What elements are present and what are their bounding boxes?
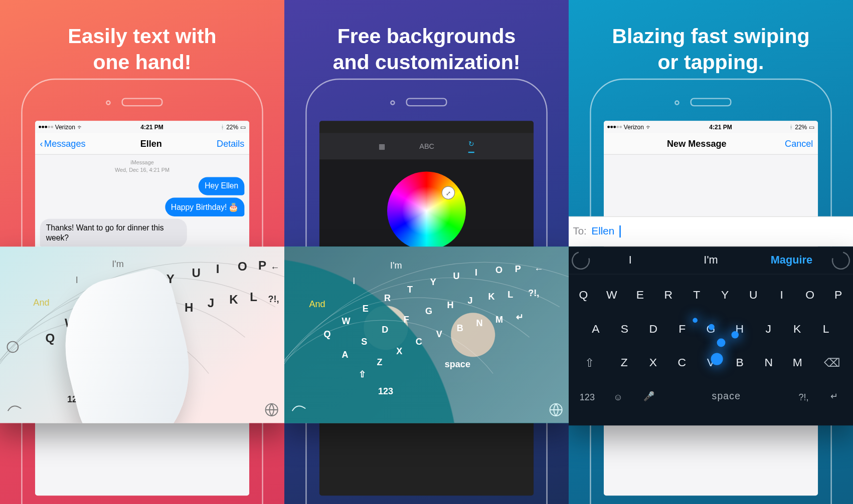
key[interactable]: Q (569, 281, 597, 310)
suggestion[interactable]: I (76, 275, 78, 285)
key[interactable]: Z (610, 348, 639, 377)
shift-key[interactable]: ⇧ (359, 369, 366, 379)
key[interactable]: F (404, 315, 409, 325)
delete-key[interactable]: ⌫ (812, 348, 852, 377)
key[interactable]: P (824, 281, 852, 310)
key[interactable]: U (192, 266, 200, 280)
key[interactable]: R (384, 293, 391, 303)
key[interactable]: C (416, 337, 422, 347)
key[interactable]: O (238, 260, 247, 273)
enter-key[interactable]: ↵ (516, 312, 524, 322)
key[interactable]: T (683, 281, 711, 310)
arc-keyboard[interactable]: And I I'm Q W E R T Y U I O P ← A S D F … (284, 246, 569, 423)
key[interactable]: K (229, 293, 238, 306)
message-out[interactable]: Hey Ellen (199, 177, 244, 195)
suggestion[interactable]: I (353, 276, 355, 286)
suggestion[interactable]: I'm (670, 254, 751, 267)
enter-key[interactable]: ↵ (819, 391, 850, 402)
suggestion[interactable]: I'm (390, 261, 402, 271)
key[interactable]: U (739, 281, 767, 310)
suggestion[interactable]: And (309, 299, 325, 309)
key[interactable]: Y (711, 281, 739, 310)
key[interactable]: H (185, 301, 193, 315)
key[interactable]: J (754, 314, 783, 343)
key[interactable]: I (475, 268, 477, 278)
key[interactable]: N (476, 318, 482, 328)
punct-key[interactable]: ?!, (268, 294, 279, 304)
standard-keyboard[interactable]: I I'm Maguire Q W E R T Y U I O P A S D (569, 246, 853, 425)
key[interactable]: W (598, 281, 626, 310)
tab-background[interactable]: ▦ (379, 142, 385, 151)
tab-color[interactable]: ↻ (468, 140, 474, 153)
phone-icon[interactable] (292, 406, 306, 411)
key[interactable]: E (363, 304, 369, 314)
key[interactable]: G (425, 306, 432, 316)
key[interactable]: B (725, 348, 754, 377)
message-in[interactable]: Thanks! Want to go for dinner this week? (40, 218, 188, 247)
key[interactable]: D (639, 314, 667, 343)
key[interactable]: W (342, 316, 351, 326)
key[interactable]: H (447, 300, 454, 310)
punct-key[interactable]: ?!, (528, 288, 539, 298)
key[interactable]: C (667, 348, 697, 377)
suggestion[interactable]: I (590, 254, 670, 267)
emoji-key[interactable]: ☺ (603, 391, 634, 402)
key[interactable]: O (796, 281, 824, 310)
key[interactable]: M (783, 348, 812, 377)
key[interactable]: D (382, 325, 388, 335)
shift-key[interactable]: ⇧ (569, 348, 610, 377)
arc-mode-icon[interactable] (569, 248, 593, 273)
key[interactable]: Q (45, 331, 55, 345)
key[interactable]: R (654, 281, 683, 310)
mic-icon[interactable]: 🎤 (633, 391, 664, 402)
key[interactable]: L (507, 290, 513, 300)
key[interactable]: Z (377, 357, 383, 367)
back-button[interactable]: ‹ Messages (40, 138, 86, 149)
key[interactable]: M (495, 315, 503, 325)
key[interactable]: K (783, 314, 811, 343)
suggestion[interactable]: Maguire (751, 254, 832, 267)
key[interactable]: F (667, 314, 696, 343)
key[interactable]: L (811, 314, 840, 343)
key[interactable]: G (697, 314, 725, 343)
key[interactable]: Y (430, 277, 436, 287)
key[interactable]: S (361, 337, 367, 347)
key[interactable]: V (697, 348, 726, 377)
key[interactable]: J (468, 296, 473, 306)
punct-key[interactable]: ?!, (788, 391, 819, 402)
space-key[interactable]: space (445, 359, 470, 369)
color-wheel[interactable]: ⤢ (387, 172, 466, 250)
key[interactable]: A (342, 350, 349, 360)
key[interactable]: N (754, 348, 783, 377)
tab-font[interactable]: ABC (419, 142, 434, 151)
message-out[interactable]: Happy Birthday!🎂 (165, 197, 245, 216)
color-picker-handle[interactable]: ⤢ (442, 186, 455, 200)
key[interactable]: H (725, 314, 754, 343)
key[interactable]: K (488, 292, 495, 302)
details-button[interactable]: Details (217, 138, 244, 149)
key[interactable]: U (453, 271, 460, 281)
key[interactable]: P (515, 264, 521, 274)
key[interactable]: I (216, 262, 220, 276)
key[interactable]: J (208, 296, 214, 310)
arc-keyboard[interactable]: And I I'm Q W E R T Y U I O P A S D F G … (0, 246, 284, 423)
suggestion[interactable]: And (33, 298, 49, 308)
suggestion[interactable]: I'm (112, 259, 124, 269)
key[interactable]: X (396, 346, 402, 356)
key[interactable]: P (258, 259, 266, 272)
key[interactable]: X (639, 348, 668, 377)
key[interactable]: O (495, 265, 502, 275)
key[interactable]: V (436, 329, 442, 339)
key[interactable]: A (581, 314, 610, 343)
num-key[interactable]: 123 (572, 391, 603, 402)
key[interactable]: B (457, 323, 463, 333)
key[interactable]: T (407, 285, 413, 295)
key[interactable]: L (250, 290, 257, 304)
phone-icon[interactable] (8, 406, 22, 411)
delete-key[interactable]: ← (270, 263, 279, 273)
delete-key[interactable]: ← (534, 264, 543, 274)
cancel-button[interactable]: Cancel (785, 138, 813, 149)
key[interactable]: S (610, 314, 639, 343)
to-field[interactable]: To: Ellen (569, 216, 853, 246)
arc-mode-icon[interactable] (828, 248, 853, 273)
